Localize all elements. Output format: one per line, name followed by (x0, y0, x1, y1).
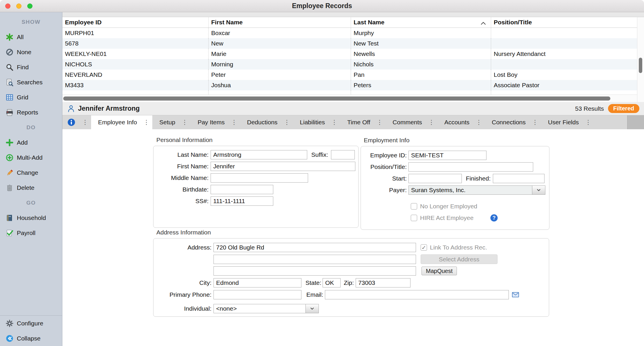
horizontal-scrollbar[interactable] (62, 94, 637, 102)
birthdate-field[interactable] (211, 185, 273, 194)
column-header-position-title[interactable]: Position/Title (491, 17, 637, 28)
list-row[interactable]: NEVERLAND Peter Pan Lost Boy (62, 70, 637, 80)
list-row[interactable]: NICHOLS Morning Nichols (62, 59, 637, 70)
payer-dropdown[interactable] (408, 185, 545, 195)
sidebar-item-payroll[interactable]: Payroll (0, 225, 62, 241)
tab-user-fields[interactable]: User Fields⋮ (541, 115, 594, 129)
sidebar-item-delete[interactable]: Delete (0, 180, 62, 195)
tab-pay-items[interactable]: Pay Items⋮ (191, 115, 240, 129)
person-icon (67, 105, 75, 113)
sidebar-item-label: All (17, 34, 23, 41)
tab-drag-handle[interactable]: ⋮ (182, 119, 188, 126)
payer-field[interactable] (408, 185, 532, 195)
primary-phone-field[interactable] (214, 290, 301, 299)
city-field[interactable] (214, 278, 301, 287)
help-icon[interactable]: ? (490, 214, 498, 222)
tab-comments[interactable]: Comments⋮ (386, 115, 437, 129)
list-row[interactable]: WEEKLY-NE01 Marie Newells Nursery Attend… (62, 49, 637, 59)
tab-accounts[interactable]: Accounts⋮ (437, 115, 485, 129)
horizontal-scrollbar-thumb[interactable] (63, 96, 610, 101)
filtered-badge[interactable]: Filtered (608, 104, 639, 113)
email-field[interactable] (325, 290, 509, 299)
ssn-field[interactable] (211, 196, 273, 206)
close-window-button[interactable] (5, 3, 10, 9)
cell-first-name: Morning (209, 59, 351, 70)
tab-drag-handle[interactable]: ⋮ (585, 119, 591, 126)
hire-act-checkbox[interactable] (411, 215, 417, 221)
vertical-scrollbar-thumb[interactable] (639, 58, 642, 73)
address-label: Address: (156, 244, 211, 251)
cell-last-name: Newells (351, 49, 491, 59)
select-address-button[interactable]: Select Address (421, 254, 498, 264)
sidebar-item-all[interactable]: All (0, 30, 62, 45)
tab-drag-handle[interactable]: ⋮ (476, 119, 482, 126)
state-field[interactable] (323, 278, 341, 287)
email-icon[interactable] (511, 291, 520, 299)
sidebar-item-grid[interactable]: Grid (0, 90, 62, 105)
individual-dropdown[interactable] (214, 304, 319, 313)
address-line3-field[interactable] (214, 266, 416, 276)
tab-info-button[interactable]: ⋮ (62, 115, 91, 129)
sidebar-item-collapse[interactable]: Collapse (0, 331, 62, 346)
column-header-employee-id[interactable]: Employee ID (62, 17, 209, 28)
tab-deductions[interactable]: Deductions⋮ (240, 115, 293, 129)
sidebar-item-none[interactable]: None (0, 45, 62, 60)
address-line2-field[interactable] (214, 255, 416, 264)
sidebar-item-change[interactable]: Change (0, 165, 62, 180)
list-row[interactable]: M3433 Joshua Peters Associate Pastor (62, 80, 637, 90)
tab-drag-handle[interactable]: ⋮ (532, 119, 538, 126)
empty-cell (209, 90, 351, 94)
tab-overflow-area[interactable] (627, 115, 644, 129)
sidebar-item-configure[interactable]: Configure (0, 316, 62, 331)
tab-drag-handle[interactable]: ⋮ (143, 119, 149, 126)
sidebar-item-reports[interactable]: Reports (0, 105, 62, 120)
first-name-field[interactable] (211, 162, 355, 171)
tab-drag-handle[interactable]: ⋮ (284, 119, 290, 126)
tab-drag-handle[interactable]: ⋮ (331, 119, 337, 126)
list-row[interactable]: MURPH01 Boxcar Murphy (62, 28, 637, 38)
sidebar-item-add[interactable]: Add (0, 135, 62, 150)
address-line1-field[interactable] (214, 243, 416, 252)
tab-liabilities[interactable]: Liabilities⋮ (293, 115, 340, 129)
tab-drag-handle[interactable]: ⋮ (428, 119, 435, 126)
position-title-field[interactable] (408, 162, 533, 172)
tab-label: Time Off (347, 119, 370, 126)
tab-connections[interactable]: Connections⋮ (485, 115, 541, 129)
suffix-field[interactable] (331, 150, 355, 159)
column-header-last-name[interactable]: Last Name (351, 17, 491, 28)
employee-id-field[interactable] (408, 151, 486, 160)
list-row[interactable]: 5678 New New Test (62, 38, 637, 49)
cell-first-name: New (209, 38, 351, 49)
circled-plus-icon (5, 153, 14, 162)
individual-field[interactable] (214, 304, 306, 313)
tab-drag-handle[interactable]: ⋮ (231, 119, 237, 126)
column-label: Employee ID (65, 19, 102, 26)
column-header-first-name[interactable]: First Name (209, 17, 351, 28)
no-longer-employed-checkbox[interactable] (411, 203, 417, 210)
sidebar-item-searches[interactable]: Searches (0, 75, 62, 90)
tab-label: User Fields (548, 119, 579, 126)
sidebar-item-find[interactable]: Find (0, 60, 62, 75)
start-date-field[interactable] (408, 174, 462, 183)
chevron-down-icon[interactable] (532, 185, 545, 195)
finished-date-field[interactable] (493, 174, 544, 183)
vertical-scrollbar[interactable] (637, 17, 644, 102)
minimize-window-button[interactable] (16, 3, 21, 9)
tab-time-off[interactable]: Time Off⋮ (340, 115, 386, 129)
tab-drag-handle[interactable]: ⋮ (377, 119, 383, 126)
sidebar-item-label: Collapse (17, 335, 41, 342)
link-to-address-checkbox[interactable]: ✓ (421, 244, 427, 251)
tab-drag-handle[interactable]: ⋮ (82, 119, 88, 126)
tab-employee-info[interactable]: Employee Info⋮ (91, 115, 152, 129)
chevron-down-icon[interactable] (305, 304, 319, 313)
last-name-field[interactable] (211, 150, 307, 159)
zip-field[interactable] (356, 278, 410, 287)
zoom-window-button[interactable] (27, 3, 32, 9)
empty-cell (491, 90, 637, 94)
middle-name-field[interactable] (211, 173, 308, 183)
tab-setup[interactable]: Setup⋮ (152, 115, 191, 129)
sidebar-item-multi-add[interactable]: Multi-Add (0, 150, 62, 165)
sidebar-footer: Configure Collapse (0, 315, 62, 346)
mapquest-button[interactable]: MapQuest (422, 267, 457, 275)
sidebar-item-household[interactable]: Household (0, 210, 62, 225)
